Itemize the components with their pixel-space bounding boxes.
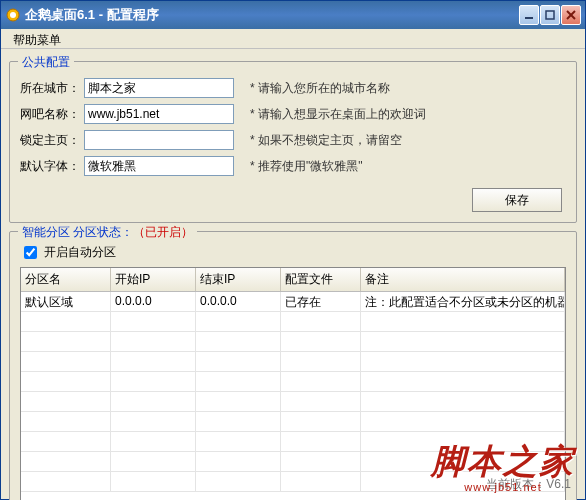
public-config-group: 公共配置 所在城市： * 请输入您所在的城市名称 网吧名称： * 请输入想显示在… (9, 61, 577, 223)
city-label: 所在城市： (20, 80, 84, 97)
font-input[interactable] (84, 156, 234, 176)
auto-partition-label[interactable]: 开启自动分区 (24, 245, 116, 259)
col-config[interactable]: 配置文件 (281, 268, 361, 291)
city-input[interactable] (84, 78, 234, 98)
close-button[interactable] (561, 5, 581, 25)
svg-rect-3 (546, 11, 554, 19)
col-note[interactable]: 备注 (361, 268, 565, 291)
content-area: 公共配置 所在城市： * 请输入您所在的城市名称 网吧名称： * 请输入想显示在… (1, 49, 585, 500)
titlebar[interactable]: 企鹅桌面6.1 - 配置程序 (1, 1, 585, 29)
app-window: 企鹅桌面6.1 - 配置程序 帮助菜单 公共配置 所在城市： * 请输入您所在的… (0, 0, 586, 500)
public-config-legend: 公共配置 (18, 54, 74, 71)
window-title: 企鹅桌面6.1 - 配置程序 (25, 6, 519, 24)
col-start-ip[interactable]: 开始IP (111, 268, 196, 291)
col-name[interactable]: 分区名 (21, 268, 111, 291)
table-row[interactable] (21, 472, 565, 492)
maximize-button[interactable] (540, 5, 560, 25)
font-label: 默认字体： (20, 158, 84, 175)
bar-hint: * 请输入想显示在桌面上的欢迎词 (250, 106, 426, 123)
lock-label: 锁定主页： (20, 132, 84, 149)
version-label: 当前版本：V6.1 (486, 476, 571, 493)
partition-group: 智能分区 分区状态：（已开启） 开启自动分区 分区名 开始IP 结束IP 配置文… (9, 231, 577, 500)
city-hint: * 请输入您所在的城市名称 (250, 80, 390, 97)
cell-name: 默认区域 (21, 292, 111, 311)
auto-partition-row: 开启自动分区 (24, 244, 566, 261)
svg-point-1 (10, 12, 16, 18)
table-row[interactable] (21, 312, 565, 332)
lock-row: 锁定主页： * 如果不想锁定主页，请留空 (20, 130, 566, 150)
cell-config: 已存在 (281, 292, 361, 311)
table-row[interactable]: 默认区域 0.0.0.0 0.0.0.0 已存在 注：此配置适合不分区或未分区的… (21, 292, 565, 312)
partition-legend: 智能分区 分区状态：（已开启） (18, 224, 197, 241)
bar-row: 网吧名称： * 请输入想显示在桌面上的欢迎词 (20, 104, 566, 124)
table-row[interactable] (21, 372, 565, 392)
bar-input[interactable] (84, 104, 234, 124)
window-buttons (519, 5, 581, 25)
font-hint: * 推荐使用"微软雅黑" (250, 158, 363, 175)
partition-legend-prefix: 智能分区 分区状态： (22, 225, 133, 239)
table-row[interactable] (21, 412, 565, 432)
table-row[interactable] (21, 352, 565, 372)
bar-label: 网吧名称： (20, 106, 84, 123)
cell-note: 注：此配置适合不分区或未分区的机器 (361, 292, 565, 311)
grid-header: 分区名 开始IP 结束IP 配置文件 备注 (21, 268, 565, 292)
minimize-button[interactable] (519, 5, 539, 25)
lock-hint: * 如果不想锁定主页，请留空 (250, 132, 402, 149)
auto-partition-text: 开启自动分区 (44, 245, 116, 259)
table-row[interactable] (21, 452, 565, 472)
help-menu[interactable]: 帮助菜单 (7, 31, 67, 50)
partition-legend-status: （已开启） (133, 225, 193, 239)
table-row[interactable] (21, 332, 565, 352)
city-row: 所在城市： * 请输入您所在的城市名称 (20, 78, 566, 98)
grid-body: 默认区域 0.0.0.0 0.0.0.0 已存在 注：此配置适合不分区或未分区的… (21, 292, 565, 500)
cell-end-ip: 0.0.0.0 (196, 292, 281, 311)
table-row[interactable] (21, 432, 565, 452)
app-icon (5, 7, 21, 23)
cell-start-ip: 0.0.0.0 (111, 292, 196, 311)
font-row: 默认字体： * 推荐使用"微软雅黑" (20, 156, 566, 176)
auto-partition-checkbox[interactable] (24, 246, 37, 259)
lock-input[interactable] (84, 130, 234, 150)
menubar: 帮助菜单 (1, 29, 585, 49)
partition-grid[interactable]: 分区名 开始IP 结束IP 配置文件 备注 默认区域 0.0.0.0 0.0.0… (20, 267, 566, 500)
table-row[interactable] (21, 392, 565, 412)
save-button[interactable]: 保存 (472, 188, 562, 212)
col-end-ip[interactable]: 结束IP (196, 268, 281, 291)
